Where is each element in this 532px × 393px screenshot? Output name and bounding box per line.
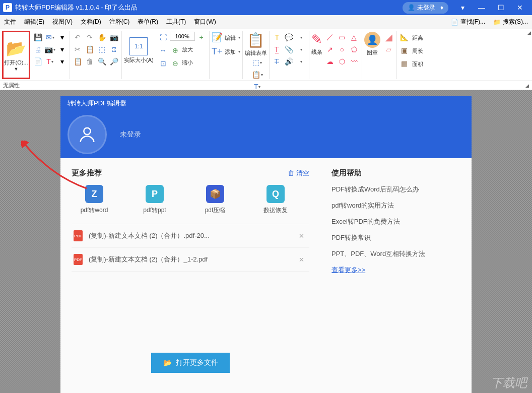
help-link[interactable]: Excel转PDF的免费方法 bbox=[331, 217, 460, 226]
file-name: (复制)-新建文本文档 (2)（合并）.pdf-20... bbox=[89, 231, 296, 240]
cut-icon[interactable]: ✂ bbox=[72, 44, 83, 55]
fit-page-icon[interactable]: ⛶ bbox=[158, 32, 169, 43]
help-link[interactable]: PDF转换常识 bbox=[331, 233, 460, 242]
underline-icon[interactable]: T̲ bbox=[272, 44, 283, 55]
menu-document[interactable]: 文档(D) bbox=[77, 16, 105, 28]
find-adv-icon[interactable]: 🔎 bbox=[108, 56, 119, 67]
strike-icon[interactable]: T̶ bbox=[272, 56, 283, 67]
menu-view[interactable]: 视图(V) bbox=[48, 16, 77, 28]
form-tool-2[interactable]: 📋▾ bbox=[252, 69, 263, 80]
save-icon[interactable]: 💾 bbox=[32, 32, 43, 43]
zoom-in-icon[interactable]: ⊕ bbox=[170, 45, 181, 56]
help-link[interactable]: PPT、PDF、Word互相转换方法 bbox=[331, 249, 460, 258]
tri-icon[interactable]: △ bbox=[349, 32, 360, 43]
drop2[interactable]: ▾ bbox=[296, 44, 307, 55]
line-icon[interactable]: ／ bbox=[324, 32, 336, 43]
arrow-icon[interactable]: ↗ bbox=[324, 44, 336, 55]
open-more-button[interactable]: 📂 打开更多文件 bbox=[151, 353, 230, 373]
attach-icon[interactable]: 📎 bbox=[284, 44, 295, 55]
find-icon[interactable]: 🔍 bbox=[96, 56, 107, 67]
actual-size-icon[interactable]: 1:1 bbox=[129, 37, 148, 55]
add-dropdown[interactable]: ▾ bbox=[238, 49, 240, 54]
drop3[interactable]: ▾ bbox=[296, 56, 307, 67]
select-text-icon[interactable]: Ɪ bbox=[108, 44, 119, 55]
edit-dropdown[interactable]: ▾ bbox=[238, 35, 240, 40]
stamp-icon[interactable]: 👤 bbox=[364, 32, 380, 48]
distance-icon[interactable]: 📐 bbox=[399, 32, 410, 43]
form-icon[interactable]: 📋 bbox=[247, 32, 264, 48]
note-icon[interactable]: 💬 bbox=[284, 32, 295, 43]
zoom-out-icon[interactable]: ⊖ bbox=[170, 58, 181, 69]
poly-icon[interactable]: ⬠ bbox=[349, 44, 360, 55]
find-button[interactable]: 📄查找(F)... bbox=[447, 16, 489, 28]
email-icon[interactable]: ✉▾ bbox=[44, 32, 55, 43]
blank-page-icon[interactable]: 📄 bbox=[32, 56, 43, 67]
hand-icon[interactable]: ✋ bbox=[96, 32, 107, 43]
ribbon-collapse[interactable]: ◢ bbox=[527, 30, 531, 35]
maximize-button[interactable]: ☐ bbox=[492, 0, 510, 15]
help-link[interactable]: pdf转word的实用方法 bbox=[331, 201, 460, 210]
highlight-icon[interactable]: T bbox=[272, 32, 283, 43]
rec-pdf-compress[interactable]: 📦pdf压缩 bbox=[192, 185, 238, 215]
delete-icon[interactable]: 🗑 bbox=[84, 56, 95, 67]
dropdown1[interactable]: ▾ bbox=[56, 32, 68, 43]
scan-icon[interactable]: 📷▾ bbox=[44, 44, 55, 55]
circle-icon[interactable]: ○ bbox=[337, 44, 348, 55]
dropdown-button[interactable]: ▾ bbox=[453, 0, 472, 15]
login-badge[interactable]: 👤 未登录 ♦ bbox=[403, 2, 448, 14]
undo-icon[interactable]: ↶ bbox=[72, 32, 83, 43]
plus-icon[interactable]: + bbox=[196, 32, 207, 43]
status-expand[interactable]: ◢ bbox=[525, 83, 529, 88]
star-icon[interactable]: ⬡ bbox=[337, 56, 348, 67]
eraser-icon[interactable]: ◢ bbox=[383, 32, 394, 43]
menu-tools[interactable]: 工具(T) bbox=[162, 16, 190, 28]
snapshot-icon[interactable]: 📷 bbox=[108, 32, 119, 43]
rect-icon[interactable]: ▭ bbox=[337, 32, 348, 43]
file-item[interactable]: PDF (复制)-新建文本文档 (2)（合并）_1-2.pdf ✕ bbox=[72, 248, 309, 272]
perimeter-icon[interactable]: ▣ bbox=[399, 45, 410, 56]
file-remove-button[interactable]: ✕ bbox=[296, 256, 307, 264]
clear-button[interactable]: 🗑 清空 bbox=[288, 169, 309, 178]
eraser2-icon[interactable]: ▱ bbox=[383, 44, 394, 55]
form-tool-1[interactable]: ⬚▾ bbox=[252, 57, 263, 68]
redo-icon[interactable]: ↷ bbox=[84, 32, 95, 43]
edit-content-icon[interactable]: 📝 bbox=[212, 32, 223, 43]
search-button[interactable]: 📁搜索(S)... bbox=[489, 16, 532, 28]
fit-width-icon[interactable]: ↔ bbox=[158, 45, 169, 56]
text-tool-icon[interactable]: T▾ bbox=[44, 56, 55, 67]
area-icon[interactable]: ▦ bbox=[399, 58, 410, 69]
file-item[interactable]: PDF (复制)-新建文本文档 (2)（合并）.pdf-20... ✕ bbox=[72, 224, 309, 248]
help-more-link[interactable]: 查看更多>> bbox=[331, 266, 365, 274]
menu-form[interactable]: 表单(R) bbox=[134, 16, 162, 28]
menu-window[interactable]: 窗口(W) bbox=[190, 16, 220, 28]
copy-icon[interactable]: 📋 bbox=[84, 44, 95, 55]
drop1[interactable]: ▾ bbox=[296, 32, 307, 43]
distance-label: 距离 bbox=[412, 34, 423, 42]
pencil-icon[interactable]: ✎ bbox=[311, 32, 322, 47]
sound-icon[interactable]: 🔊 bbox=[284, 56, 295, 67]
paste-icon[interactable]: 📋 bbox=[72, 56, 83, 67]
help-link[interactable]: PDF转换成Word后乱码怎么办 bbox=[331, 185, 460, 194]
menu-edit[interactable]: 编辑(E) bbox=[20, 16, 48, 28]
help-title: 使用帮助 bbox=[331, 168, 460, 178]
cloud-icon[interactable]: ☁ bbox=[324, 56, 336, 67]
curve-icon[interactable]: 〰 bbox=[349, 56, 360, 67]
dropdown2[interactable]: ▾ bbox=[56, 44, 68, 55]
dropdown3[interactable]: ▾ bbox=[56, 56, 68, 67]
rec-pdf-word[interactable]: Zpdf转word bbox=[72, 185, 117, 215]
rec-data-recovery[interactable]: Q数据恢复 bbox=[253, 185, 298, 215]
add-text-icon[interactable]: T+ bbox=[212, 46, 223, 57]
zoom-input[interactable] bbox=[170, 32, 195, 41]
minimize-button[interactable]: — bbox=[473, 0, 491, 15]
close-button[interactable]: ✕ bbox=[511, 0, 529, 15]
select-icon[interactable]: ⬚ bbox=[96, 44, 107, 55]
menu-file[interactable]: 文件 bbox=[0, 16, 20, 28]
avatar[interactable] bbox=[68, 115, 107, 154]
rec-pdf-ppt[interactable]: Ppdf转ppt bbox=[132, 185, 177, 215]
open-button[interactable]: 📂 打开(O)... ▼ bbox=[2, 31, 30, 79]
fit-visible-icon[interactable]: ⊡ bbox=[158, 58, 169, 69]
menu-comment[interactable]: 注释(C) bbox=[105, 16, 134, 28]
file-remove-button[interactable]: ✕ bbox=[296, 232, 307, 240]
print-icon[interactable]: 🖨 bbox=[32, 44, 43, 55]
pdf-icon: PDF bbox=[74, 254, 83, 265]
